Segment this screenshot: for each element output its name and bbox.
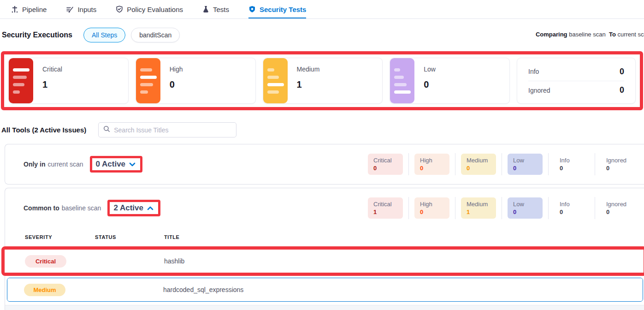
info-label: Info <box>528 68 539 75</box>
search-input[interactable] <box>114 126 231 134</box>
chip-critical: Critical 1 <box>368 197 403 219</box>
filter-all-steps[interactable]: All Steps <box>83 28 125 42</box>
chip-medium: Medium 0 <box>461 154 496 175</box>
to-label: To <box>609 31 616 38</box>
chip-label: Medium <box>467 157 490 164</box>
card-label: Low <box>424 66 436 73</box>
info-ignored-card: Info 0 Ignored 0 <box>517 58 636 104</box>
annotation-box-active-dropdown: 0 Active <box>90 156 143 173</box>
chip-ignored: Ignored 0 <box>601 197 636 219</box>
chip-high: High 0 <box>414 154 449 175</box>
filter-banditscan[interactable]: banditScan <box>131 28 180 42</box>
severity-card-high: High 0 <box>136 58 256 104</box>
chip-label: Critical <box>373 157 397 164</box>
tab-label: Policy Evaluations <box>127 6 183 13</box>
tab-policy-evaluations[interactable]: Policy Evaluations <box>116 0 183 18</box>
card-label: Critical <box>42 66 62 73</box>
group-common-to-baseline-scan: Common to baseline scan 2 Active Critica… <box>5 188 644 310</box>
low-bars-icon <box>390 58 414 103</box>
card-count: 1 <box>297 79 320 90</box>
column-header-status: STATUS <box>95 234 164 240</box>
severity-chips: Critical 1 High 0 Medium 1 Low 0 Info <box>368 197 636 219</box>
group-label: Only in current scan 0 Active <box>24 156 142 173</box>
inputs-icon <box>66 6 74 13</box>
chip-value: 0 <box>560 209 584 215</box>
chip-info: Info 0 <box>554 197 589 219</box>
issue-search[interactable] <box>98 122 236 137</box>
current-scan-selector[interactable]: current scan <box>617 31 644 38</box>
search-icon <box>103 125 110 134</box>
chip-value: 1 <box>373 209 397 215</box>
chip-label: Low <box>513 201 537 208</box>
chip-info: Info 0 <box>554 154 589 175</box>
group-prefix: Only in <box>24 161 45 168</box>
severity-card-critical: Critical 1 <box>8 58 129 104</box>
chip-value: 0 <box>467 165 490 172</box>
active-count-label: 0 Active <box>96 160 126 169</box>
chip-label: Critical <box>373 201 397 208</box>
chip-value: 0 <box>513 165 537 172</box>
info-count: 0 <box>620 67 624 77</box>
ignored-label: Ignored <box>528 87 550 94</box>
chip-ignored: Ignored 0 <box>601 154 636 175</box>
annotation-box-active-dropdown: 2 Active <box>107 200 160 216</box>
chip-label: Ignored <box>606 201 630 208</box>
group-only-in-current-scan: Only in current scan 0 Active Critical 0 <box>5 144 644 185</box>
tab-label: Pipeline <box>22 6 47 13</box>
chip-value: 1 <box>467 209 490 215</box>
issue-row-hashlib[interactable]: Critical hashlib <box>5 250 644 273</box>
severity-card-medium: Medium 1 <box>263 58 383 104</box>
chip-label: Info <box>560 157 584 164</box>
issue-title: hardcoded_sql_expressions <box>163 286 643 293</box>
card-label: High <box>170 66 183 73</box>
tab-pipeline[interactable]: Pipeline <box>11 0 47 18</box>
issue-row-selected-outline: Medium hardcoded_sql_expressions <box>7 278 643 302</box>
tools-header: All Tools (2 Active Issues) <box>1 122 644 137</box>
issue-row-hardcoded-sql[interactable]: Medium hardcoded_sql_expressions <box>7 278 643 301</box>
group-prefix: Common to <box>24 204 59 212</box>
chip-high: High 0 <box>414 197 449 219</box>
comparing-bar: Comparing baseline scan To current scan <box>536 31 644 38</box>
chip-medium: Medium 1 <box>461 197 496 219</box>
active-count-label: 2 Active <box>113 203 143 213</box>
chip-label: Info <box>560 201 584 208</box>
active-count-dropdown[interactable]: 0 Active <box>96 160 136 169</box>
high-bars-icon <box>136 58 160 103</box>
card-count: 0 <box>424 79 436 90</box>
medium-bars-icon <box>263 58 288 103</box>
issue-title: hashlib <box>164 257 644 265</box>
chip-label: Medium <box>467 201 490 208</box>
chevron-up-icon <box>147 203 154 213</box>
security-shield-icon <box>248 6 256 13</box>
chip-label: High <box>420 157 444 164</box>
group-scan: baseline scan <box>62 204 101 212</box>
annotation-box-severity-cards: Critical 1 High 0 Medium 1 <box>1 51 643 110</box>
execution-tabbar: Pipeline Inputs Policy Evaluations Tests… <box>0 0 644 19</box>
chip-value: 0 <box>373 165 397 172</box>
chip-value: 0 <box>606 165 630 172</box>
chip-value: 0 <box>420 165 444 172</box>
comparing-label: Comparing <box>536 31 567 38</box>
chip-value: 0 <box>513 209 537 215</box>
group-header: Only in current scan 0 Active Critical 0 <box>5 144 644 184</box>
active-count-dropdown[interactable]: 2 Active <box>113 203 154 213</box>
card-label: Medium <box>297 66 320 73</box>
critical-bars-icon <box>9 58 33 103</box>
ignored-count: 0 <box>620 85 624 95</box>
group-label: Common to baseline scan 2 Active <box>24 200 160 216</box>
page-title: Security Executions <box>2 31 72 39</box>
tab-label: Inputs <box>77 6 96 13</box>
chip-value: 0 <box>560 165 584 172</box>
chip-value: 0 <box>606 209 630 215</box>
group-scan: current scan <box>47 161 83 168</box>
tab-security-tests[interactable]: Security Tests <box>248 0 306 18</box>
annotation-box-issue-row: Critical hashlib <box>1 246 644 276</box>
tab-label: Security Tests <box>260 6 306 13</box>
tab-inputs[interactable]: Inputs <box>66 0 96 18</box>
tab-tests[interactable]: Tests <box>202 0 229 18</box>
column-header-title: TITLE <box>164 234 644 240</box>
baseline-scan-selector[interactable]: baseline scan <box>569 31 606 38</box>
security-tests-page: Pipeline Inputs Policy Evaluations Tests… <box>0 0 644 310</box>
flask-icon <box>202 6 209 13</box>
chip-low: Low 0 <box>508 197 543 219</box>
